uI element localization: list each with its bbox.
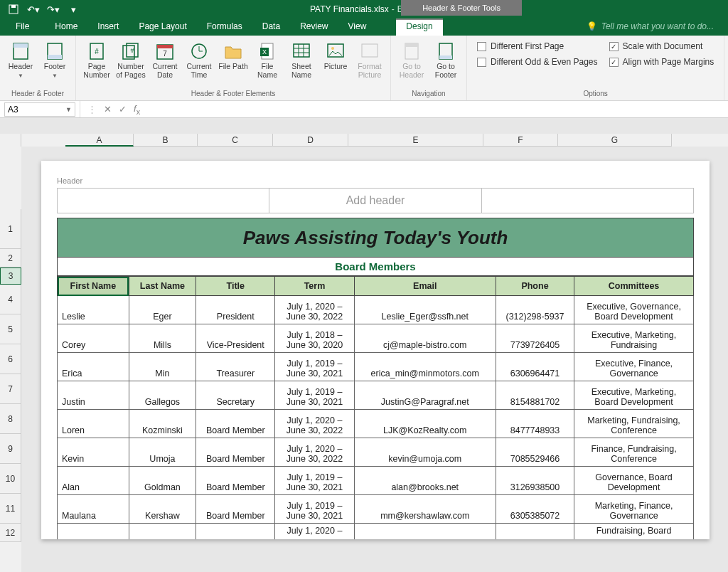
tab-home[interactable]: Home bbox=[45, 18, 87, 36]
table-cell[interactable]: 7085529466 bbox=[496, 438, 574, 467]
table-cell[interactable]: 6306964471 bbox=[496, 353, 574, 381]
save-icon[interactable] bbox=[6, 1, 21, 17]
table-cell[interactable]: Executive, Marketing, Fundraising bbox=[574, 324, 694, 353]
redo-icon[interactable]: ↷▾ bbox=[46, 1, 61, 17]
table-cell[interactable]: Governance, Board Development bbox=[574, 467, 694, 495]
undo-icon[interactable]: ↶▾ bbox=[26, 1, 41, 17]
tell-me-search[interactable]: 💡Tell me what you want to do... bbox=[587, 21, 714, 31]
table-cell[interactable]: Goldman bbox=[129, 467, 196, 495]
column-header[interactable]: A bbox=[65, 134, 134, 147]
table-cell[interactable]: mm@kershawlaw.com bbox=[354, 495, 496, 524]
table-cell[interactable]: Finance, Fundraising, Conference bbox=[574, 438, 694, 467]
check-different-odd-even[interactable]: Different Odd & Even Pages bbox=[477, 57, 598, 67]
table-cell[interactable]: Gallegos bbox=[129, 381, 196, 410]
column-header[interactable]: B bbox=[134, 134, 198, 147]
table-cell[interactable]: Vice-President bbox=[196, 324, 275, 353]
table-column-header[interactable]: Term bbox=[275, 277, 354, 296]
table-cell[interactable]: Board Member bbox=[196, 410, 275, 438]
check-align-page-margins[interactable]: ✓Align with Page Margins bbox=[609, 57, 714, 67]
table-column-header[interactable]: Email bbox=[354, 277, 496, 296]
table-cell[interactable]: Justin bbox=[58, 381, 129, 410]
table-cell[interactable]: Alan bbox=[58, 467, 129, 495]
table-cell[interactable]: kevin@umoja.com bbox=[354, 438, 496, 467]
table-cell[interactable]: JustinG@Paragraf.net bbox=[354, 381, 496, 410]
tab-data[interactable]: Data bbox=[252, 18, 290, 36]
table-cell[interactable]: Umoja bbox=[129, 438, 196, 467]
table-cell[interactable]: Marketing, Fundraising, Conference bbox=[574, 410, 694, 438]
table-cell[interactable]: July 1, 2020 – bbox=[275, 524, 354, 539]
column-header[interactable]: E bbox=[348, 134, 483, 147]
row-header[interactable]: 1 bbox=[0, 209, 21, 249]
table-cell[interactable]: President bbox=[196, 296, 275, 324]
name-box[interactable]: A3▼ bbox=[4, 102, 75, 117]
table-cell[interactable]: Secretary bbox=[196, 381, 275, 410]
table-cell[interactable]: July 1, 2018 – June 30, 2020 bbox=[275, 324, 354, 353]
table-cell[interactable]: Kevin bbox=[58, 438, 129, 467]
row-header[interactable]: 2 bbox=[0, 249, 21, 268]
table-cell[interactable]: Kozminski bbox=[129, 410, 196, 438]
table-cell[interactable] bbox=[496, 524, 574, 539]
row-header[interactable]: 3 bbox=[0, 268, 21, 285]
check-scale-with-document[interactable]: ✓Scale with Document bbox=[609, 41, 714, 51]
table-cell[interactable]: alan@brooks.net bbox=[354, 467, 496, 495]
table-column-header[interactable]: Last Name bbox=[129, 277, 196, 296]
table-cell[interactable]: July 1, 2019 – June 30, 2021 bbox=[275, 381, 354, 410]
table-column-header[interactable]: First Name bbox=[58, 277, 129, 296]
table-cell[interactable] bbox=[354, 524, 496, 539]
column-header[interactable]: D bbox=[273, 134, 348, 147]
table-cell[interactable]: Leslie bbox=[58, 296, 129, 324]
table-cell[interactable]: LJK@KozRealty.com bbox=[354, 410, 496, 438]
table-cell[interactable]: Fundraising, Board bbox=[574, 524, 694, 539]
row-header[interactable]: 9 bbox=[0, 434, 21, 464]
table-cell[interactable]: Executive, Governance, Board Development bbox=[574, 296, 694, 324]
tab-design[interactable]: Design bbox=[396, 18, 442, 36]
table-cell[interactable]: Erica bbox=[58, 353, 129, 381]
header-left-cell[interactable] bbox=[58, 189, 269, 213]
table-cell[interactable]: Leslie_Eger@ssfh.net bbox=[354, 296, 496, 324]
table-cell[interactable]: Marketing, Finance, Governance bbox=[574, 495, 694, 524]
table-cell[interactable]: July 1, 2019 – June 30, 2021 bbox=[275, 353, 354, 381]
table-cell[interactable]: Min bbox=[129, 353, 196, 381]
header-button[interactable]: Header▼ bbox=[4, 40, 37, 80]
qat-customize-icon[interactable]: ▾ bbox=[65, 1, 81, 17]
picture-button[interactable]: Picture bbox=[319, 40, 352, 73]
table-column-header[interactable]: Title bbox=[196, 277, 275, 296]
table-column-header[interactable]: Committees bbox=[574, 277, 694, 296]
current-date-button[interactable]: 7Current Date bbox=[149, 40, 181, 80]
table-cell[interactable]: July 1, 2020 – June 30, 2022 bbox=[275, 296, 354, 324]
table-cell[interactable]: Eger bbox=[129, 296, 196, 324]
table-cell[interactable]: Executive, Finance, Governance bbox=[574, 353, 694, 381]
table-cell[interactable]: Treasurer bbox=[196, 353, 275, 381]
table-cell[interactable]: July 1, 2019 – June 30, 2021 bbox=[275, 495, 354, 524]
goto-footer-button[interactable]: Go to Footer bbox=[429, 40, 462, 80]
page-number-button[interactable]: #Page Number bbox=[80, 40, 113, 80]
column-header[interactable]: C bbox=[198, 134, 273, 147]
table-cell[interactable]: Corey bbox=[58, 324, 129, 353]
column-header[interactable]: G bbox=[558, 134, 672, 147]
table-cell[interactable]: 8477748933 bbox=[496, 410, 574, 438]
table-cell[interactable]: 7739726405 bbox=[496, 324, 574, 353]
cancel-formula-icon[interactable]: ✕ bbox=[104, 104, 112, 115]
tab-formulas[interactable]: Formulas bbox=[197, 18, 252, 36]
row-header[interactable]: 4 bbox=[0, 285, 21, 314]
select-all-triangle[interactable] bbox=[0, 134, 21, 147]
table-cell[interactable]: Mills bbox=[129, 324, 196, 353]
row-header[interactable]: 5 bbox=[0, 314, 21, 344]
table-cell[interactable] bbox=[196, 524, 275, 539]
table-cell[interactable]: Board Member bbox=[196, 495, 275, 524]
column-header[interactable]: F bbox=[483, 134, 558, 147]
tab-view[interactable]: View bbox=[338, 18, 377, 36]
check-different-first-page[interactable]: Different First Page bbox=[477, 41, 598, 51]
table-cell[interactable]: cj@maple-bistro.com bbox=[354, 324, 496, 353]
header-center-cell[interactable]: Add header bbox=[269, 189, 481, 213]
table-column-header[interactable]: Phone bbox=[496, 277, 574, 296]
row-header[interactable]: 10 bbox=[0, 464, 21, 494]
file-name-button[interactable]: XFile Name bbox=[251, 40, 284, 80]
footer-button[interactable]: Footer▼ bbox=[38, 40, 71, 80]
subtitle-row[interactable]: Board Members bbox=[57, 258, 694, 276]
tab-page-layout[interactable]: Page Layout bbox=[129, 18, 196, 36]
fx-icon[interactable]: fx bbox=[134, 103, 140, 116]
file-path-button[interactable]: File Path bbox=[217, 40, 250, 73]
number-of-pages-button[interactable]: #Number of Pages bbox=[114, 40, 147, 80]
table-cell[interactable]: Executive, Marketing, Board Development bbox=[574, 381, 694, 410]
